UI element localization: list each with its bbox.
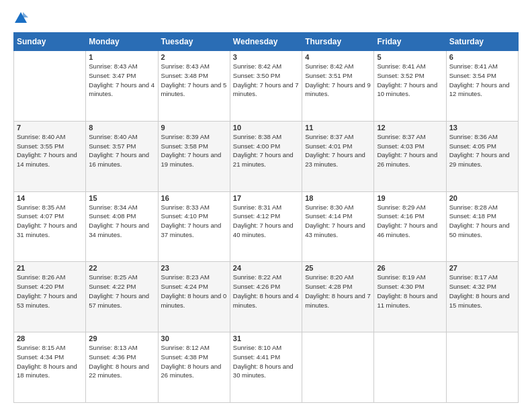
day-number: 1 — [89, 53, 154, 61]
calendar-cell: 26Sunrise: 8:19 AMSunset: 4:30 PMDayligh… — [374, 262, 446, 332]
day-info: Sunrise: 8:31 AMSunset: 4:12 PMDaylight:… — [233, 203, 299, 240]
day-number: 9 — [161, 124, 227, 132]
calendar-cell: 22Sunrise: 8:25 AMSunset: 4:22 PMDayligh… — [86, 262, 158, 332]
day-info: Sunrise: 8:37 AMSunset: 4:01 PMDaylight:… — [305, 132, 371, 169]
calendar-cell: 8Sunrise: 8:40 AMSunset: 3:57 PMDaylight… — [86, 121, 158, 191]
day-info: Sunrise: 8:39 AMSunset: 3:58 PMDaylight:… — [161, 132, 227, 169]
day-info: Sunrise: 8:30 AMSunset: 4:14 PMDaylight:… — [305, 203, 371, 240]
calendar-cell: 18Sunrise: 8:30 AMSunset: 4:14 PMDayligh… — [302, 191, 374, 262]
day-number: 22 — [89, 264, 154, 272]
day-info: Sunrise: 8:43 AMSunset: 3:48 PMDaylight:… — [161, 62, 227, 99]
day-number: 7 — [17, 124, 83, 132]
day-header-friday: Friday — [374, 33, 446, 51]
day-header-tuesday: Tuesday — [158, 33, 230, 51]
day-number: 14 — [17, 194, 83, 202]
day-number: 2 — [161, 53, 227, 61]
calendar-cell: 21Sunrise: 8:26 AMSunset: 4:20 PMDayligh… — [14, 262, 86, 332]
day-info: Sunrise: 8:36 AMSunset: 4:05 PMDaylight:… — [449, 132, 515, 169]
day-info: Sunrise: 8:38 AMSunset: 4:00 PMDaylight:… — [233, 132, 299, 169]
day-info: Sunrise: 8:23 AMSunset: 4:24 PMDaylight:… — [161, 273, 227, 310]
day-info: Sunrise: 8:26 AMSunset: 4:20 PMDaylight:… — [17, 273, 83, 310]
calendar-cell: 30Sunrise: 8:12 AMSunset: 4:38 PMDayligh… — [158, 332, 230, 403]
day-number: 30 — [161, 334, 227, 342]
day-info: Sunrise: 8:35 AMSunset: 4:07 PMDaylight:… — [17, 203, 83, 240]
day-header-thursday: Thursday — [302, 33, 374, 51]
day-number: 28 — [17, 334, 83, 342]
day-number: 26 — [377, 264, 443, 272]
calendar-cell: 7Sunrise: 8:40 AMSunset: 3:55 PMDaylight… — [14, 121, 86, 191]
day-info: Sunrise: 8:41 AMSunset: 3:52 PMDaylight:… — [377, 62, 443, 99]
svg-marker-1 — [23, 12, 28, 17]
day-number: 3 — [233, 53, 299, 61]
day-info: Sunrise: 8:40 AMSunset: 3:55 PMDaylight:… — [17, 132, 83, 169]
day-info: Sunrise: 8:19 AMSunset: 4:30 PMDaylight:… — [377, 273, 443, 310]
day-info: Sunrise: 8:29 AMSunset: 4:16 PMDaylight:… — [377, 203, 443, 240]
day-info: Sunrise: 8:13 AMSunset: 4:36 PMDaylight:… — [89, 343, 154, 380]
day-number: 8 — [89, 124, 154, 132]
calendar-cell: 28Sunrise: 8:15 AMSunset: 4:34 PMDayligh… — [14, 332, 86, 403]
day-number: 25 — [305, 264, 371, 272]
day-header-wednesday: Wednesday — [230, 33, 302, 51]
day-info: Sunrise: 8:43 AMSunset: 3:47 PMDaylight:… — [89, 62, 154, 99]
calendar-cell: 4Sunrise: 8:42 AMSunset: 3:51 PMDaylight… — [302, 51, 374, 122]
day-number: 29 — [89, 334, 154, 342]
calendar-cell: 25Sunrise: 8:20 AMSunset: 4:28 PMDayligh… — [302, 262, 374, 332]
calendar-cell: 14Sunrise: 8:35 AMSunset: 4:07 PMDayligh… — [14, 191, 86, 262]
week-row-4: 28Sunrise: 8:15 AMSunset: 4:34 PMDayligh… — [14, 332, 519, 403]
logo-icon — [13, 11, 28, 26]
day-number: 27 — [449, 264, 515, 272]
calendar-cell: 31Sunrise: 8:10 AMSunset: 4:41 PMDayligh… — [230, 332, 302, 403]
day-info: Sunrise: 8:34 AMSunset: 4:08 PMDaylight:… — [89, 203, 154, 240]
day-number: 21 — [17, 264, 83, 272]
week-row-3: 21Sunrise: 8:26 AMSunset: 4:20 PMDayligh… — [14, 262, 519, 332]
day-number: 23 — [161, 264, 227, 272]
calendar-header-row: SundayMondayTuesdayWednesdayThursdayFrid… — [14, 33, 519, 51]
day-info: Sunrise: 8:33 AMSunset: 4:10 PMDaylight:… — [161, 203, 227, 240]
day-number: 4 — [305, 53, 371, 61]
day-info: Sunrise: 8:28 AMSunset: 4:18 PMDaylight:… — [449, 203, 515, 240]
day-info: Sunrise: 8:20 AMSunset: 4:28 PMDaylight:… — [305, 273, 371, 310]
day-info: Sunrise: 8:25 AMSunset: 4:22 PMDaylight:… — [89, 273, 154, 310]
calendar-cell: 16Sunrise: 8:33 AMSunset: 4:10 PMDayligh… — [158, 191, 230, 262]
day-info: Sunrise: 8:42 AMSunset: 3:50 PMDaylight:… — [233, 62, 299, 99]
day-number: 13 — [449, 124, 515, 132]
calendar-cell: 1Sunrise: 8:43 AMSunset: 3:47 PMDaylight… — [86, 51, 158, 122]
day-number: 31 — [233, 334, 299, 342]
calendar-cell: 10Sunrise: 8:38 AMSunset: 4:00 PMDayligh… — [230, 121, 302, 191]
calendar-cell: 5Sunrise: 8:41 AMSunset: 3:52 PMDaylight… — [374, 51, 446, 122]
day-number: 12 — [377, 124, 443, 132]
day-header-monday: Monday — [86, 33, 158, 51]
week-row-2: 14Sunrise: 8:35 AMSunset: 4:07 PMDayligh… — [14, 191, 519, 262]
calendar-cell: 9Sunrise: 8:39 AMSunset: 3:58 PMDaylight… — [158, 121, 230, 191]
day-number: 10 — [233, 124, 299, 132]
day-number: 20 — [449, 194, 515, 202]
header — [13, 11, 519, 26]
week-row-0: 1Sunrise: 8:43 AMSunset: 3:47 PMDaylight… — [14, 51, 519, 122]
calendar-cell: 3Sunrise: 8:42 AMSunset: 3:50 PMDaylight… — [230, 51, 302, 122]
calendar-cell: 23Sunrise: 8:23 AMSunset: 4:24 PMDayligh… — [158, 262, 230, 332]
day-info: Sunrise: 8:15 AMSunset: 4:34 PMDaylight:… — [17, 343, 83, 380]
calendar-cell: 12Sunrise: 8:37 AMSunset: 4:03 PMDayligh… — [374, 121, 446, 191]
calendar-cell: 24Sunrise: 8:22 AMSunset: 4:26 PMDayligh… — [230, 262, 302, 332]
calendar-cell: 2Sunrise: 8:43 AMSunset: 3:48 PMDaylight… — [158, 51, 230, 122]
day-number: 5 — [377, 53, 443, 61]
page: SundayMondayTuesdayWednesdayThursdayFrid… — [0, 0, 532, 411]
calendar-cell: 27Sunrise: 8:17 AMSunset: 4:32 PMDayligh… — [446, 262, 518, 332]
calendar-cell — [446, 332, 518, 403]
calendar-cell: 11Sunrise: 8:37 AMSunset: 4:01 PMDayligh… — [302, 121, 374, 191]
day-info: Sunrise: 8:12 AMSunset: 4:38 PMDaylight:… — [161, 343, 227, 380]
calendar-cell — [374, 332, 446, 403]
day-info: Sunrise: 8:37 AMSunset: 4:03 PMDaylight:… — [377, 132, 443, 169]
calendar-cell: 29Sunrise: 8:13 AMSunset: 4:36 PMDayligh… — [86, 332, 158, 403]
day-number: 18 — [305, 194, 371, 202]
week-row-1: 7Sunrise: 8:40 AMSunset: 3:55 PMDaylight… — [14, 121, 519, 191]
day-info: Sunrise: 8:17 AMSunset: 4:32 PMDaylight:… — [449, 273, 515, 310]
day-number: 19 — [377, 194, 443, 202]
day-number: 6 — [449, 53, 515, 61]
day-number: 17 — [233, 194, 299, 202]
calendar-cell — [14, 51, 86, 122]
day-number: 16 — [161, 194, 227, 202]
day-info: Sunrise: 8:10 AMSunset: 4:41 PMDaylight:… — [233, 343, 299, 380]
calendar-cell: 19Sunrise: 8:29 AMSunset: 4:16 PMDayligh… — [374, 191, 446, 262]
day-number: 15 — [89, 194, 154, 202]
